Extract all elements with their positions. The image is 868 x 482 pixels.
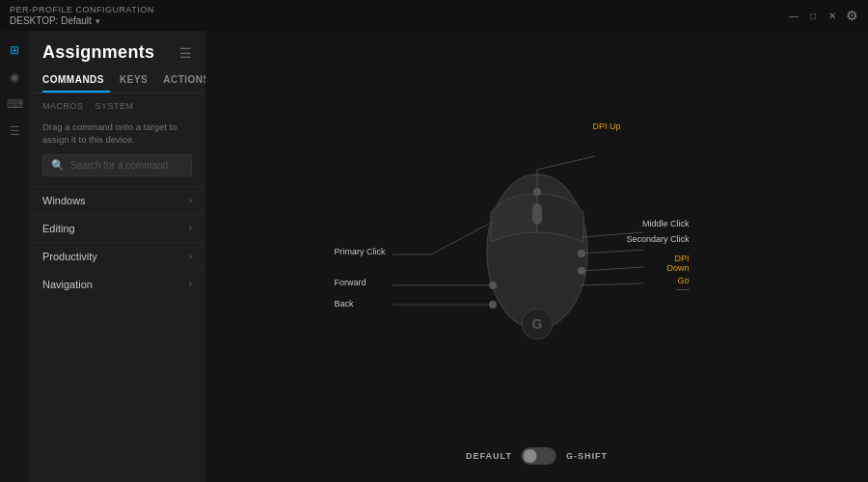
sidebar-title: Assignments xyxy=(42,42,154,63)
sub-tab-system[interactable]: SYSTEM xyxy=(95,101,134,111)
sub-tab-navigation: MACROS SYSTEM xyxy=(29,97,205,117)
svg-text:G: G xyxy=(531,316,542,332)
toggle-default-label: DEFAULT xyxy=(466,451,512,461)
sidebar-icon-settings[interactable]: ☰ xyxy=(5,121,24,141)
category-label: Navigation xyxy=(42,279,93,290)
back-label: Back xyxy=(335,299,354,308)
chevron-down-icon: › xyxy=(189,195,192,205)
chevron-down-icon: › xyxy=(189,223,192,233)
titlebar-profile: DESKTOP: Default ▾ xyxy=(10,15,154,26)
search-input[interactable] xyxy=(70,160,183,171)
category-editing[interactable]: Editing › xyxy=(29,214,205,242)
toggle-knob xyxy=(524,449,537,463)
svg-rect-2 xyxy=(532,203,542,225)
sidebar-header-icon[interactable]: ☰ xyxy=(179,45,192,61)
primary-click-label: Primary Click xyxy=(335,247,386,256)
toggle-switch[interactable] xyxy=(522,447,556,465)
category-label: Productivity xyxy=(42,251,97,262)
middle-click-label: Middle Click xyxy=(642,220,690,229)
titlebar-subtitle: PER-PROFILE CONFIGURATION xyxy=(10,5,154,14)
category-navigation[interactable]: Navigation › xyxy=(29,270,205,298)
category-label: Editing xyxy=(42,223,75,234)
mouse-diagram: G xyxy=(335,64,740,430)
main-content: G xyxy=(205,31,868,482)
sidebar: Assignments ☰ COMMANDS KEYS ACTIONS MACR… xyxy=(29,31,205,482)
tab-navigation: COMMANDS KEYS ACTIONS xyxy=(29,70,205,94)
chevron-down-icon: › xyxy=(189,279,192,289)
category-productivity[interactable]: Productivity › xyxy=(29,242,205,270)
bottom-toggle: DEFAULT G-SHIFT xyxy=(466,447,608,465)
dpi-down2-label: Down xyxy=(666,263,689,273)
sidebar-icon-home[interactable]: ⊞ xyxy=(5,40,24,60)
dots-label: —— xyxy=(676,285,690,292)
close-button[interactable]: ✕ xyxy=(827,10,838,21)
svg-line-16 xyxy=(431,223,491,254)
svg-line-14 xyxy=(582,267,643,271)
secondary-click-label: Secondary Click xyxy=(626,235,689,245)
category-windows[interactable]: Windows › xyxy=(29,186,205,214)
category-label: Windows xyxy=(42,195,86,206)
tab-commands[interactable]: COMMANDS xyxy=(42,70,110,93)
titlebar-left: PER-PROFILE CONFIGURATION DESKTOP: Defau… xyxy=(10,5,154,26)
search-box[interactable]: 🔍 xyxy=(42,154,192,176)
mouse-svg: G xyxy=(335,64,740,430)
minimize-button[interactable]: — xyxy=(788,10,800,21)
maximize-button[interactable]: □ xyxy=(807,10,819,21)
dpi-up-label: DPI Up xyxy=(593,121,621,131)
titlebar-controls[interactable]: — □ ✕ ⚙ xyxy=(788,8,858,23)
sidebar-header: Assignments ☰ xyxy=(29,31,205,70)
sidebar-icon-keyboard[interactable]: ⌨ xyxy=(5,94,24,114)
titlebar: PER-PROFILE CONFIGURATION DESKTOP: Defau… xyxy=(0,0,868,31)
category-list: Windows › Editing › Productivity › Navig… xyxy=(29,186,205,298)
profile-chevron: ▾ xyxy=(95,16,100,26)
svg-line-15 xyxy=(582,283,643,285)
forward-label: Forward xyxy=(335,278,366,287)
dpi-down-label: DPI xyxy=(674,254,689,263)
sub-tab-macros[interactable]: MACROS xyxy=(42,101,84,111)
chevron-down-icon: › xyxy=(189,251,192,261)
svg-line-11 xyxy=(537,156,595,170)
tab-keys[interactable]: KEYS xyxy=(120,70,153,93)
gear-icon[interactable]: ⚙ xyxy=(846,8,858,23)
svg-line-13 xyxy=(582,250,643,254)
go-label: Go xyxy=(677,276,689,285)
instruction-text: Drag a command onto a target to assign i… xyxy=(29,117,205,154)
toggle-gshift-label: G-SHIFT xyxy=(566,451,608,461)
search-icon: 🔍 xyxy=(51,159,65,172)
sidebar-icon-assignments[interactable]: ◉ xyxy=(5,67,24,87)
sidebar-icon-strip: ⊞ ◉ ⌨ ☰ xyxy=(0,31,29,482)
